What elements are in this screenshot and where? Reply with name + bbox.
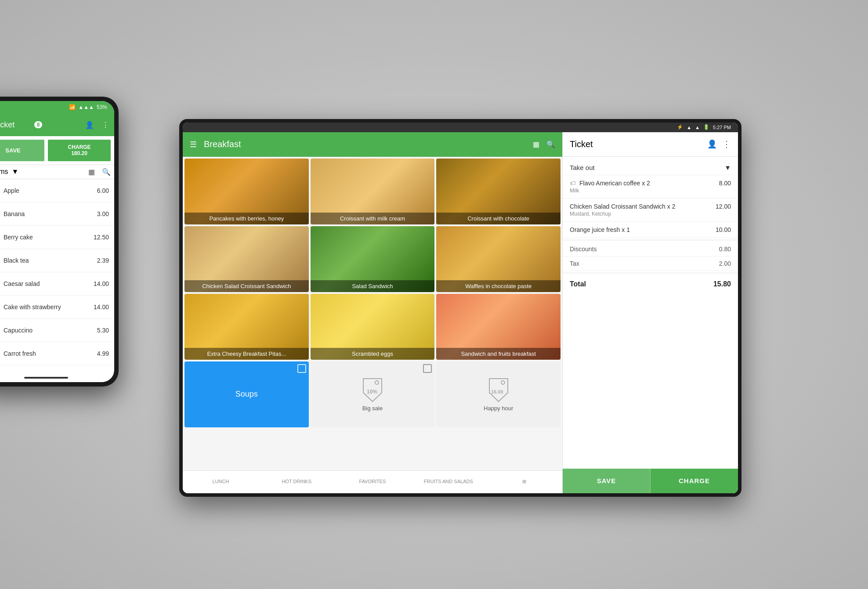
ticket-header-icons: 👤 ⋮ (707, 139, 731, 149)
menu-icon[interactable]: ☰ (190, 140, 197, 149)
tablet-header: ☰ Breakfast ▦ 🔍 (183, 132, 562, 157)
barcode-icon[interactable]: ▦ (533, 140, 539, 148)
phone-battery: 53% (97, 104, 107, 110)
food-item-label: Croissant with milk cream (311, 213, 435, 224)
food-item-soups[interactable]: Soups (184, 361, 309, 427)
item-name: Berry cake (4, 234, 89, 241)
food-item-happy-hour[interactable]: 16.00 Happy hour (436, 361, 561, 427)
food-item-scrambled-eggs[interactable]: Scrambled eggs (311, 294, 435, 360)
signal-icon: ▲ (695, 125, 700, 130)
phone-save-button[interactable]: SAVE (0, 140, 44, 161)
phone-status-icons: 📶 ▲▲▲ 53% (69, 104, 107, 110)
list-item[interactable]: 🥗 Caesar salad 14.00 (0, 272, 114, 296)
food-item-label: Scrambled eggs (311, 348, 435, 360)
phone-add-person-icon[interactable]: 👤 (85, 121, 94, 129)
item-price: 12.00 (716, 203, 731, 210)
time-display: 5:27 PM (713, 125, 731, 130)
phone-barcode-icon[interactable]: ▦ (88, 168, 95, 176)
phone-wifi-icon: 📶 (69, 104, 76, 110)
discounts-label: Discounts (570, 246, 597, 253)
filter-arrow-icon[interactable]: ▼ (11, 168, 18, 176)
food-item-salad-sandwich[interactable]: Salad Sandwich (311, 226, 435, 292)
item-name: Caesar salad (4, 280, 89, 287)
ticket-footer: SAVE CHARGE (563, 469, 738, 493)
tab-fruits-salads[interactable]: FRUITS AND SALADS (410, 471, 486, 493)
phone: 10:22 📶 ▲▲▲ 53% ☰ Ticket 8 👤 ⋮ SAVE CHAR… (0, 97, 119, 387)
phone-screen: 10:22 📶 ▲▲▲ 53% ☰ Ticket 8 👤 ⋮ SAVE CHAR… (0, 101, 114, 382)
item-price: 8.00 (719, 180, 731, 187)
charge-line2: 180.20 (52, 150, 106, 156)
bottom-tabs: LUNCH HOT DRINKS FAVORITES FRUITS AND SA… (183, 470, 562, 493)
food-item-sandwich-fruits[interactable]: Sandwich and fruits breakfast (436, 294, 561, 360)
dropdown-arrow-icon: ▼ (724, 164, 731, 171)
item-name: Black tea (4, 257, 93, 264)
list-item[interactable]: ☕ Capuccino 5.30 (0, 319, 114, 342)
bluetooth-icon: ⚡ (677, 124, 683, 130)
list-item[interactable]: 🍎 Apple 6.00 (0, 179, 114, 202)
search-icon[interactable]: 🔍 (546, 140, 555, 148)
list-item[interactable]: ☕ Black tea 2.39 (0, 249, 114, 272)
list-item[interactable]: 🍌 Banana 3.00 (0, 202, 114, 226)
food-item-label: Chicken Salad Croissant Sandwich (184, 280, 309, 292)
ticket-item-sandwich[interactable]: Chicken Salad Croissant Sandwich x 2 12.… (563, 199, 738, 222)
phone-signal-icon: ▲▲▲ (78, 104, 94, 110)
item-name: Flavo American coffee x 2 (579, 180, 716, 187)
tax-label: Tax (570, 260, 579, 267)
food-item-cheesy[interactable]: Extra Cheesy Breakfast Pitas... (184, 294, 309, 360)
discounts-row: Discounts 0.80 (563, 242, 738, 257)
item-modifier: Milk (570, 188, 731, 194)
tab-grid-view[interactable]: ⊞ (486, 471, 562, 493)
item-name: Carrot fresh (4, 350, 93, 357)
tax-row: Tax 2.00 (563, 257, 738, 271)
item-modifier: Mustard, Ketchup (570, 211, 731, 217)
food-item-label: Salad Sandwich (311, 280, 435, 292)
item-price: 14.00 (94, 280, 109, 287)
food-item-big-sale[interactable]: 10% Big sale (311, 361, 435, 427)
tablet-main: ☰ Breakfast ▦ 🔍 Pancakes with berries, h… (183, 132, 562, 493)
item-name: Capuccino (4, 327, 93, 334)
food-item-label: Extra Cheesy Breakfast Pitas... (184, 348, 309, 360)
food-item-croissant-choc[interactable]: Croissant with chocolate (436, 159, 561, 224)
phone-more-icon[interactable]: ⋮ (102, 121, 109, 129)
food-item-chicken-salad[interactable]: Chicken Salad Croissant Sandwich (184, 226, 309, 292)
phone-action-bar: SAVE CHARGE 180.20 (0, 136, 114, 165)
add-person-icon[interactable]: 👤 (707, 139, 717, 149)
list-item[interactable]: 🫐 Berry cake 12.50 (0, 226, 114, 249)
tab-lunch[interactable]: LUNCH (183, 471, 259, 493)
grid-icon: ⊞ (522, 479, 526, 484)
item-price: 12.50 (94, 234, 109, 241)
discounts-value: 0.80 (719, 246, 731, 253)
item-name: Orange juice fresh x 1 (570, 226, 712, 233)
tab-favorites[interactable]: FAVORITES (335, 471, 411, 493)
phone-search-icon[interactable]: 🔍 (102, 168, 111, 176)
svg-point-2 (501, 381, 505, 384)
phone-item-list: 🍎 Apple 6.00 🍌 Banana 3.00 🫐 Berry cake … (0, 179, 114, 373)
ticket-charge-button[interactable]: CHARGE (651, 469, 738, 493)
list-item[interactable]: 🥕 Carrot fresh 4.99 (0, 342, 114, 365)
item-name: Banana (4, 210, 93, 217)
total-label: Total (570, 280, 586, 288)
item-price: 5.30 (97, 327, 109, 334)
svg-text:10%: 10% (367, 389, 377, 395)
ticket-header: Ticket 👤 ⋮ (563, 132, 738, 157)
phone-charge-button[interactable]: CHARGE 180.20 (48, 140, 111, 161)
tablet-status-bar: ⚡ ▲ ▲ 🔋 5:27 PM (183, 123, 738, 132)
food-item-waffles[interactable]: Waffles in chocolate paste (436, 226, 561, 292)
ticket-save-button[interactable]: SAVE (563, 469, 651, 493)
ticket-item-orange-juice[interactable]: Orange juice fresh x 1 10.00 (563, 222, 738, 238)
svg-text:16.00: 16.00 (491, 389, 503, 394)
ticket-item-coffee[interactable]: 🏷 Flavo American coffee x 2 8.00 Milk (563, 175, 738, 199)
more-options-icon[interactable]: ⋮ (722, 139, 731, 149)
food-item-pancakes[interactable]: Pancakes with berries, honey (184, 159, 309, 224)
food-item-label: Soups (235, 390, 258, 399)
list-item[interactable]: 🎂 Cake with strawberry 14.00 (0, 296, 114, 319)
food-item-croissant-cream[interactable]: Croissant with milk cream (311, 159, 435, 224)
ticket-panel: Ticket 👤 ⋮ Take out ▼ 🏷 (562, 132, 738, 493)
charge-line1: CHARGE (52, 144, 106, 150)
phone-header: ☰ Ticket 8 👤 ⋮ (0, 113, 114, 136)
list-item[interactable]: 🥜 Cashew nuts 15.00 (0, 365, 114, 373)
tab-hot-drinks[interactable]: HOT DRINKS (259, 471, 335, 493)
price-tag-icon: 16.00 (488, 377, 510, 403)
filter-label: All items (0, 168, 8, 176)
takeout-selector[interactable]: Take out ▼ (563, 160, 738, 175)
